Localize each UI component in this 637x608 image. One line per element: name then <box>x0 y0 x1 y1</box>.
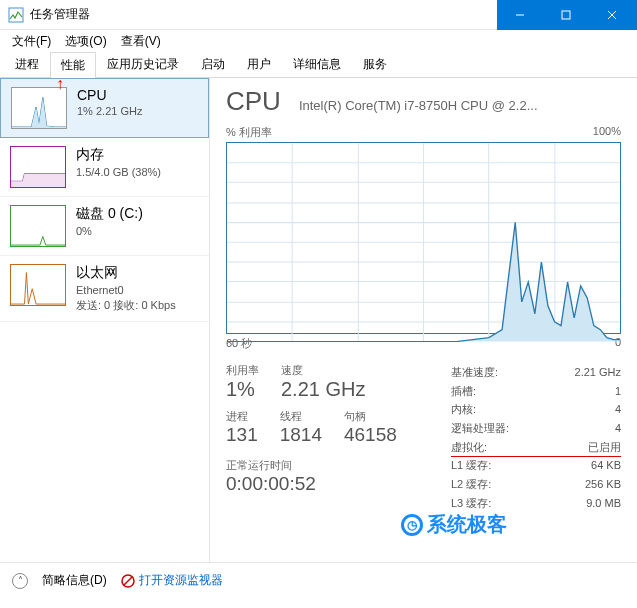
watermark: ◷ 系统极客 <box>401 511 507 538</box>
sidebar-item-memory[interactable]: 内存 1.5/4.0 GB (38%) <box>0 138 209 197</box>
thread-label: 线程 <box>280 409 322 424</box>
app-icon <box>8 7 24 23</box>
sidebar-eth-sub2: 发送: 0 接收: 0 Kbps <box>76 298 176 313</box>
l2-label: L2 缓存: <box>451 475 491 494</box>
sidebar-eth-label: 以太网 <box>76 264 176 282</box>
ethernet-thumb <box>10 264 66 306</box>
disk-thumb <box>10 205 66 247</box>
tab-bar: 进程 性能 应用历史记录 启动 用户 详细信息 服务 <box>0 52 637 78</box>
resmon-icon <box>121 574 135 588</box>
base-label: 基准速度: <box>451 363 498 382</box>
l3-value: 9.0 MB <box>586 494 621 513</box>
watermark-text: 系统极客 <box>427 511 507 538</box>
tab-details[interactable]: 详细信息 <box>282 51 352 77</box>
titlebar: 任务管理器 <box>0 0 637 30</box>
cores-label: 内核: <box>451 400 476 419</box>
lproc-label: 逻辑处理器: <box>451 419 509 438</box>
cpu-chart[interactable] <box>226 142 621 334</box>
sockets-label: 插槽: <box>451 382 476 401</box>
lproc-value: 4 <box>615 419 621 438</box>
main-subtitle: Intel(R) Core(TM) i7-8750H CPU @ 2.2... <box>299 98 538 113</box>
virt-label: 虚拟化: <box>451 438 487 457</box>
l2-value: 256 KB <box>585 475 621 494</box>
cpu-details: 基准速度:2.21 GHz 插槽:1 内核:4 逻辑处理器:4 虚拟化:已启用 … <box>451 363 621 513</box>
menu-file[interactable]: 文件(F) <box>6 31 57 52</box>
tab-users[interactable]: 用户 <box>236 51 282 77</box>
base-value: 2.21 GHz <box>575 363 621 382</box>
content: CPU 1% 2.21 GHz 内存 1.5/4.0 GB (38%) 磁盘 0… <box>0 78 637 562</box>
svg-marker-6 <box>11 174 65 187</box>
svg-line-23 <box>124 577 132 585</box>
handle-label: 句柄 <box>344 409 397 424</box>
annotation-arrow-icon: ↑ <box>56 75 64 93</box>
main-title: CPU <box>226 86 281 117</box>
tab-processes[interactable]: 进程 <box>4 51 50 77</box>
collapse-icon[interactable]: ˄ <box>12 573 28 589</box>
sockets-value: 1 <box>615 382 621 401</box>
cpu-thumb <box>11 87 67 129</box>
util-value: 1% <box>226 378 259 401</box>
chart-ymax: 100% <box>593 125 621 140</box>
minimize-button[interactable] <box>497 0 543 30</box>
memory-thumb <box>10 146 66 188</box>
cores-value: 4 <box>615 400 621 419</box>
sidebar-eth-sub1: Ethernet0 <box>76 284 176 296</box>
menubar: 文件(F) 选项(O) 查看(V) <box>0 30 637 52</box>
resource-monitor-link[interactable]: 打开资源监视器 <box>121 572 223 589</box>
svg-rect-2 <box>562 11 570 19</box>
sidebar-cpu-sub: 1% 2.21 GHz <box>77 105 142 117</box>
sidebar-memory-sub: 1.5/4.0 GB (38%) <box>76 166 161 178</box>
chart-ylabel: % 利用率 <box>226 125 272 140</box>
tab-services[interactable]: 服务 <box>352 51 398 77</box>
uptime-value: 0:00:00:52 <box>226 473 431 495</box>
menu-view[interactable]: 查看(V) <box>115 31 167 52</box>
proc-value: 131 <box>226 424 258 446</box>
util-label: 利用率 <box>226 363 259 378</box>
close-button[interactable] <box>589 0 635 30</box>
bottombar: ˄ 简略信息(D) 打开资源监视器 <box>0 562 637 598</box>
sidebar-cpu-label: CPU <box>77 87 142 103</box>
handle-value: 46158 <box>344 424 397 446</box>
l3-label: L3 缓存: <box>451 494 491 513</box>
brief-info-link[interactable]: 简略信息(D) <box>42 572 107 589</box>
window-controls <box>497 0 637 30</box>
sidebar-item-disk[interactable]: 磁盘 0 (C:) 0% <box>0 197 209 256</box>
window-title: 任务管理器 <box>30 6 497 23</box>
sidebar-item-cpu[interactable]: CPU 1% 2.21 GHz <box>0 78 209 138</box>
sidebar-memory-label: 内存 <box>76 146 161 164</box>
menu-options[interactable]: 选项(O) <box>59 31 112 52</box>
speed-value: 2.21 GHz <box>281 378 365 401</box>
proc-label: 进程 <box>226 409 258 424</box>
speed-label: 速度 <box>281 363 365 378</box>
l1-value: 64 KB <box>591 456 621 475</box>
thread-value: 1814 <box>280 424 322 446</box>
tab-app-history[interactable]: 应用历史记录 <box>96 51 190 77</box>
main-panel: CPU Intel(R) Core(TM) i7-8750H CPU @ 2.2… <box>210 78 637 562</box>
virt-value: 已启用 <box>588 438 621 457</box>
watermark-icon: ◷ <box>401 514 423 536</box>
maximize-button[interactable] <box>543 0 589 30</box>
sidebar-item-ethernet[interactable]: 以太网 Ethernet0 发送: 0 接收: 0 Kbps <box>0 256 209 322</box>
l1-label: L1 缓存: <box>451 456 491 475</box>
tab-startup[interactable]: 启动 <box>190 51 236 77</box>
uptime-label: 正常运行时间 <box>226 458 431 473</box>
sidebar-disk-sub: 0% <box>76 225 143 237</box>
sidebar: CPU 1% 2.21 GHz 内存 1.5/4.0 GB (38%) 磁盘 0… <box>0 78 210 562</box>
sidebar-disk-label: 磁盘 0 (C:) <box>76 205 143 223</box>
